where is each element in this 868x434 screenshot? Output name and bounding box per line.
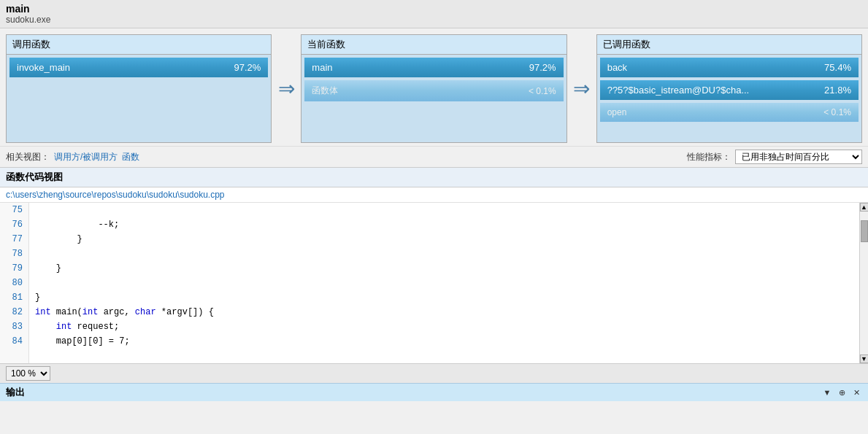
scroll-down-arrow[interactable]: ▼: [860, 354, 869, 363]
code-filepath[interactable]: c:\users\zheng\source\repos\sudoku\sudok…: [0, 187, 868, 203]
views-left: 相关视图： 调用方/被调用方 函数: [6, 151, 139, 163]
current-section: 当前函数 main 97.2% 函数体 < 0.1%: [301, 34, 566, 143]
func-body-name: 函数体: [312, 85, 338, 97]
line-num: 79: [0, 261, 28, 276]
line-num: 76: [0, 217, 28, 232]
output-dropdown-icon[interactable]: ▼: [821, 387, 833, 398]
output-pin-icon[interactable]: ⊕: [836, 387, 848, 398]
back-name: back: [607, 62, 627, 73]
calling-section-body: invoke_main 97.2%: [7, 55, 271, 142]
line-num: 78: [0, 247, 28, 261]
vertical-scrollbar[interactable]: ▲ ▼: [859, 203, 868, 363]
code-content: --k; } } }int main(int argc, char *argv[…: [29, 203, 859, 363]
current-section-header: 当前函数: [302, 35, 566, 55]
line-num: 81: [0, 290, 28, 305]
code-line: }: [35, 261, 853, 276]
title-bar: main sudoku.exe: [0, 0, 868, 28]
bottom-bar: 50 %75 %100 %125 %150 %: [0, 363, 868, 383]
calling-section-header: 调用函数: [7, 35, 271, 55]
arrow-1: ⇒: [272, 77, 301, 101]
caller-panel: 调用函数 invoke_main 97.2% ⇒ 当前函数 main 97.2%…: [0, 28, 868, 146]
func-link[interactable]: 函数: [122, 151, 139, 163]
main-label: main: [6, 3, 862, 15]
istream-item[interactable]: ??5?$basic_istream@DU?$cha... 21.8%: [600, 80, 859, 100]
arrow-right-icon: ⇒: [278, 77, 295, 101]
func-body-pct: < 0.1%: [529, 86, 556, 96]
line-num: 84: [0, 334, 28, 349]
invoke-main-name: invoke_main: [17, 62, 70, 73]
zoom-select[interactable]: 50 %75 %100 %125 %150 %: [6, 366, 50, 381]
code-line: }: [35, 232, 853, 247]
code-line: --k;: [35, 217, 853, 232]
output-icons: ▼ ⊕ ✕: [821, 387, 862, 398]
open-pct: < 0.1%: [823, 107, 851, 117]
code-section: 函数代码视图 c:\users\zheng\source\repos\sudok…: [0, 167, 868, 363]
back-item[interactable]: back 75.4%: [600, 58, 859, 77]
called-section-header: 已调用函数: [597, 35, 861, 55]
code-line-numbers: 75767778798081828384: [0, 203, 29, 363]
main-func-name: main: [312, 62, 332, 73]
output-bar: 输出 ▼ ⊕ ✕: [0, 383, 868, 401]
caller-callee-link[interactable]: 调用方/被调用方: [54, 151, 118, 163]
called-section: 已调用函数 back 75.4% ??5?$basic_istream@DU?$…: [596, 34, 862, 143]
metric-select[interactable]: 已用非独占时间百分比已用独占时间百分比应用程序非独占时间百分比: [735, 150, 862, 164]
arrow-right-icon-2: ⇒: [573, 77, 590, 101]
invoke-main-item[interactable]: invoke_main 97.2%: [9, 58, 268, 77]
back-pct: 75.4%: [824, 62, 851, 73]
code-line: map[0][0] = 7;: [35, 334, 853, 349]
func-body-item[interactable]: 函数体 < 0.1%: [304, 80, 563, 101]
code-line: [35, 247, 853, 261]
scroll-thumb[interactable]: [861, 220, 868, 242]
output-close-icon[interactable]: ✕: [850, 387, 862, 398]
called-section-body: back 75.4% ??5?$basic_istream@DU?$cha...…: [597, 55, 861, 142]
open-item[interactable]: open < 0.1%: [600, 103, 859, 122]
code-line: int request;: [35, 319, 853, 334]
views-bar: 相关视图： 调用方/被调用方 函数 性能指标： 已用非独占时间百分比已用独占时间…: [0, 146, 868, 167]
calling-section: 调用函数 invoke_main 97.2%: [6, 34, 272, 143]
istream-name: ??5?$basic_istream@DU?$cha...: [607, 85, 750, 96]
main-item[interactable]: main 97.2%: [304, 58, 563, 77]
code-editor: 75767778798081828384 --k; } } }int main(…: [0, 203, 868, 363]
open-name: open: [607, 107, 627, 117]
exe-label: sudoku.exe: [6, 15, 862, 25]
line-num: 83: [0, 319, 28, 334]
code-line: [35, 203, 853, 217]
code-line: }: [35, 290, 853, 305]
line-num: 75: [0, 203, 28, 217]
istream-pct: 21.8%: [824, 85, 851, 96]
line-num: 77: [0, 232, 28, 247]
code-line: int main(int argc, char *argv[]) {: [35, 305, 853, 319]
output-label: 输出: [6, 386, 25, 399]
line-num: 80: [0, 276, 28, 290]
scroll-up-arrow[interactable]: ▲: [860, 203, 869, 212]
views-label: 相关视图：: [6, 151, 50, 163]
invoke-main-pct: 97.2%: [234, 62, 261, 73]
line-num: 82: [0, 305, 28, 319]
main-func-pct: 97.2%: [529, 62, 556, 73]
current-section-body: main 97.2% 函数体 < 0.1%: [302, 55, 566, 142]
code-line: [35, 276, 853, 290]
arrow-2: ⇒: [567, 77, 596, 101]
code-section-header: 函数代码视图: [0, 168, 868, 187]
metric-label: 性能指标：: [687, 151, 731, 163]
views-right: 性能指标： 已用非独占时间百分比已用独占时间百分比应用程序非独占时间百分比: [687, 150, 862, 164]
